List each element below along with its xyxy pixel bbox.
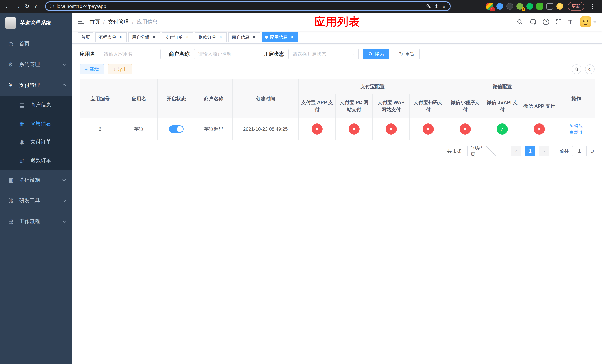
help-icon[interactable]: ? — [543, 19, 549, 25]
fullscreen-icon[interactable] — [555, 18, 562, 26]
apps-table: 应用编号 应用名 开启状态 商户名称 创建时间 支付宝配置 微信配置 操作 支付… — [80, 79, 595, 140]
tab-refund-orders[interactable]: 退款订单 × — [195, 32, 226, 42]
reset-button[interactable]: ↻ 重置 — [394, 49, 420, 59]
search-button[interactable]: 搜索 — [363, 49, 389, 59]
sidebar-item-merchant-info[interactable]: ▤ 商户信息 — [0, 96, 72, 114]
col-app-name: 应用名 — [120, 79, 158, 118]
bookmark-star-icon[interactable]: ☆ — [442, 3, 446, 9]
sidebar-item-payment[interactable]: ¥ 支付管理 — [0, 75, 72, 96]
reload-icon[interactable]: ↻ — [22, 1, 32, 11]
merchant-name-input[interactable] — [194, 49, 255, 59]
font-size-icon[interactable]: TT — [568, 19, 574, 25]
tab-pay-orders[interactable]: 支付订单 × — [162, 32, 193, 42]
browser-menu-icon[interactable]: ⋮ — [588, 3, 598, 10]
app-title: 芋道管理系统 — [20, 20, 51, 26]
tab-process-form[interactable]: 流程表单 × — [95, 32, 127, 42]
tab-app-info[interactable]: 应用信息 × — [262, 32, 298, 42]
col-wx-jsapi: 微信 JSAPI 支付 — [484, 94, 521, 118]
extension-icon-5[interactable] — [527, 3, 533, 10]
extension-icon-2[interactable] — [496, 3, 503, 10]
delete-link[interactable]: 删除 — [570, 129, 583, 135]
sidebar-item-label: 系统管理 — [19, 61, 40, 68]
next-page-button[interactable]: › — [539, 146, 549, 156]
pencil-icon: ✎ — [570, 123, 573, 128]
sidebar-item-dev-tools[interactable]: ⌘ 研发工具 — [0, 190, 72, 211]
page-size-select[interactable]: 10条/页 — [467, 146, 502, 156]
home-icon[interactable]: ⌂ — [32, 1, 42, 11]
gear-icon: ⚙ — [7, 61, 15, 68]
col-created: 创建时间 — [232, 79, 299, 118]
sidebar-item-infra[interactable]: ▣ 基础设施 — [0, 170, 72, 190]
site-info-icon[interactable]: ⓘ — [50, 3, 54, 9]
back-icon[interactable]: ← — [3, 1, 13, 11]
sidebar-item-pay-orders[interactable]: ◉ 支付订单 — [0, 133, 72, 151]
close-icon[interactable]: × — [290, 35, 295, 40]
add-button[interactable]: + 新增 — [80, 64, 104, 75]
sidebar-item-label: 支付订单 — [30, 138, 51, 145]
sidebar-item-home[interactable]: ◷ 首页 — [0, 33, 72, 54]
password-key-icon[interactable] — [426, 4, 431, 9]
forward-icon[interactable]: → — [13, 1, 22, 11]
sidebar-item-label: 商户信息 — [30, 101, 51, 108]
status-toggle[interactable] — [169, 125, 184, 133]
user-menu[interactable] — [580, 16, 596, 27]
col-actions: 操作 — [558, 79, 595, 118]
close-icon[interactable]: × — [185, 35, 190, 40]
app-name-input[interactable] — [100, 49, 161, 59]
search-icon[interactable] — [516, 18, 524, 26]
hamburger-icon[interactable] — [72, 20, 90, 24]
share-icon[interactable]: ↥ — [434, 3, 439, 9]
chevron-down-icon — [62, 62, 66, 66]
prev-page-button[interactable]: ‹ — [511, 146, 521, 156]
chevron-down-icon — [486, 145, 498, 157]
chrome-update-button[interactable]: 更新 — [568, 2, 584, 11]
status-select[interactable]: 请选择开启状态 — [288, 49, 359, 59]
table-row: 6 芋道 芋道源码 2021-10-23 08:49:25 × × × × × … — [80, 118, 595, 140]
goto-page-input[interactable] — [572, 146, 587, 156]
dashboard-icon: ◷ — [7, 41, 15, 47]
chevron-down-icon — [352, 52, 355, 55]
refresh-button[interactable]: ↻ — [585, 64, 595, 74]
address-bar[interactable]: ⓘ localhost:1024/pay/app ↥ ☆ — [45, 1, 451, 11]
grid-icon: ▦ — [18, 120, 26, 127]
tab-merchant-info[interactable]: 商户信息 × — [228, 32, 260, 42]
tab-user-group[interactable]: 用户分组 × — [129, 32, 160, 42]
sidebar-item-workflow[interactable]: ⇶ 工作流程 — [0, 211, 72, 232]
extension-icon-3[interactable] — [506, 3, 513, 10]
url-text[interactable]: localhost:1024/pay/app — [57, 3, 423, 9]
extension-icon-8[interactable] — [557, 3, 563, 10]
sidebar-item-label: 退款订单 — [30, 157, 51, 164]
extension-icon-6[interactable] — [537, 3, 543, 10]
col-status: 开启状态 — [158, 79, 195, 118]
extension-icon-1[interactable]: 10 — [486, 3, 493, 10]
breadcrumb-home[interactable]: 首页 — [90, 18, 100, 25]
col-wx-mini: 微信小程序支付 — [447, 94, 484, 118]
breadcrumb-payment[interactable]: 支付管理 — [108, 18, 129, 25]
toggle-search-button[interactable] — [572, 64, 581, 74]
close-icon[interactable]: × — [118, 35, 123, 40]
app-logo — [5, 17, 16, 29]
export-button[interactable]: ↓ 导出 — [108, 64, 132, 75]
merchant-name-label: 商户名称 — [169, 51, 190, 58]
sidebar-item-app-info[interactable]: ▦ 应用信息 — [0, 114, 72, 133]
tab-home[interactable]: 首页 — [78, 32, 93, 42]
breadcrumb: 首页 / 支付管理 / 应用信息 — [90, 18, 158, 25]
sidebar-item-label: 工作流程 — [19, 218, 40, 225]
close-icon[interactable]: × — [251, 35, 257, 40]
extensions-puzzle-icon[interactable] — [547, 3, 553, 10]
sidebar-item-label: 基础设施 — [19, 176, 40, 183]
extension-icon-4[interactable]: 1 — [516, 3, 523, 10]
page-1-button[interactable]: 1 — [525, 146, 535, 156]
close-icon[interactable]: × — [218, 35, 223, 40]
main-area: 首页 / 支付管理 / 应用信息 应用列表 ? TT — [72, 13, 602, 364]
close-icon[interactable]: × — [151, 35, 157, 40]
col-merchant: 商户名称 — [195, 79, 232, 118]
sidebar-logo-row[interactable]: 芋道管理系统 — [0, 13, 72, 33]
avatar — [580, 16, 591, 27]
total-count: 共 1 条 — [447, 148, 462, 154]
edit-link[interactable]: ✎ 修改 — [570, 123, 583, 129]
github-icon[interactable] — [529, 18, 537, 26]
payment-submenu: ▤ 商户信息 ▦ 应用信息 ◉ 支付订单 ▧ 退款订单 — [0, 96, 72, 170]
sidebar-item-system[interactable]: ⚙ 系统管理 — [0, 54, 72, 75]
sidebar-item-refund-orders[interactable]: ▧ 退款订单 — [0, 151, 72, 170]
